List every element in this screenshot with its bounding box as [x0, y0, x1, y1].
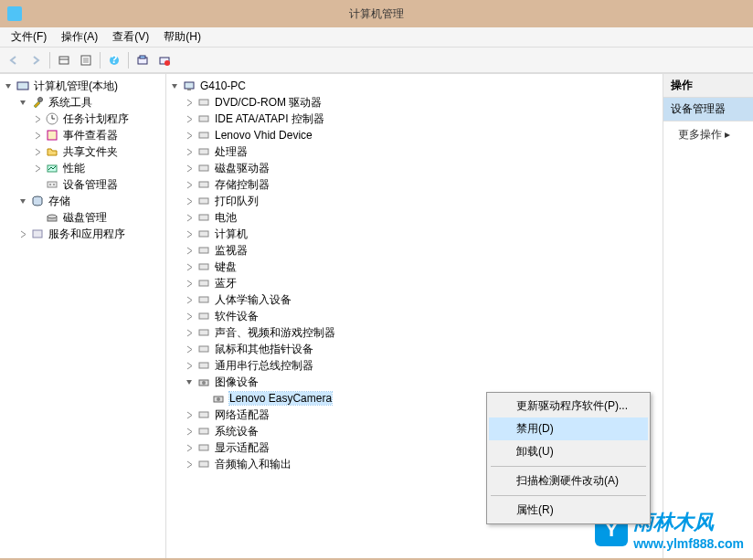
chevron-right-icon[interactable] [33, 131, 43, 141]
help-button[interactable]: ? [104, 50, 124, 70]
device-category[interactable]: Lenovo Vhid Device [185, 127, 663, 143]
properties-button[interactable] [76, 50, 96, 70]
camera-icon [196, 375, 211, 389]
menu-file[interactable]: 文件(F) [4, 27, 54, 47]
tree-label: 计算机 [215, 227, 248, 242]
svg-rect-39 [199, 280, 208, 286]
performance-icon [45, 161, 59, 175]
ctx-update-driver[interactable]: 更新驱动程序软件(P)... [489, 395, 648, 417]
device-category[interactable]: 通用串行总线控制器 [185, 357, 663, 374]
chevron-right-icon[interactable] [33, 147, 43, 157]
svg-rect-29 [199, 116, 208, 122]
tree-item[interactable]: 事件查看器 [33, 127, 165, 143]
chevron-right-icon[interactable] [185, 229, 195, 239]
device-category[interactable]: 监视器 [185, 242, 663, 259]
device-category[interactable]: IDE ATA/ATAPI 控制器 [185, 111, 663, 127]
device-category[interactable]: 键盘 [185, 259, 663, 275]
tree-item[interactable]: 设备管理器 [33, 176, 165, 193]
device-category[interactable]: 磁盘驱动器 [185, 160, 663, 176]
chevron-right-icon[interactable] [185, 279, 195, 289]
device-root[interactable]: G410-PC [170, 78, 663, 94]
tree-item[interactable]: 磁盘管理 [33, 209, 165, 226]
tree-label: 磁盘驱动器 [215, 161, 270, 176]
tree-label: 声音、视频和游戏控制器 [215, 325, 335, 341]
chevron-right-icon[interactable] [185, 98, 195, 108]
chevron-right-icon[interactable] [185, 460, 195, 470]
title-bar: 计算机管理 [0, 0, 753, 27]
chevron-right-icon[interactable] [185, 246, 195, 256]
device-category[interactable]: 打印队列 [185, 193, 663, 209]
show-hide-button[interactable] [54, 50, 74, 70]
window-title: 计算机管理 [349, 6, 404, 22]
chevron-right-icon[interactable] [185, 164, 195, 174]
chevron-right-icon[interactable] [185, 427, 195, 437]
chevron-right-icon[interactable] [185, 262, 195, 272]
chevron-right-icon[interactable] [185, 410, 195, 420]
chevron-right-icon[interactable] [185, 213, 195, 223]
menu-action[interactable]: 操作(A) [54, 27, 105, 47]
chevron-right-icon[interactable] [33, 114, 43, 124]
svg-rect-40 [199, 297, 208, 302]
tree-item[interactable]: 共享文件夹 [33, 143, 165, 160]
chevron-right-icon[interactable] [185, 443, 195, 453]
left-pane: 计算机管理(本地) 系统工具 任务计划程序 事件查看器 共享文件夹 [0, 74, 166, 558]
chevron-right-icon[interactable] [185, 131, 195, 141]
device-category[interactable]: DVD/CD-ROM 驱动器 [185, 94, 663, 111]
menu-sep [491, 495, 646, 496]
device-icon [196, 325, 211, 340]
chevron-down-icon[interactable] [185, 377, 195, 387]
tree-services[interactable]: 服务和应用程序 [18, 226, 165, 242]
device-category[interactable]: 计算机 [185, 226, 663, 242]
svg-rect-31 [199, 149, 208, 154]
device-category[interactable]: 鼠标和其他指针设备 [185, 341, 663, 357]
tree-systools[interactable]: 系统工具 [18, 94, 165, 111]
ctx-disable[interactable]: 禁用(D) [489, 417, 648, 440]
device-category-imaging[interactable]: 图像设备 [185, 374, 663, 390]
nav-back-button[interactable] [4, 50, 24, 70]
device-category[interactable]: 存储控制器 [185, 176, 663, 193]
chevron-right-icon[interactable] [185, 147, 195, 157]
chevron-right-icon[interactable] [185, 196, 195, 206]
scan-hw-button[interactable] [133, 50, 153, 70]
device-category[interactable]: 电池 [185, 209, 663, 226]
tree-item[interactable]: 任务计划程序 [33, 111, 165, 127]
device-category[interactable]: 处理器 [185, 143, 663, 160]
device-category[interactable]: 人体学输入设备 [185, 291, 663, 308]
tree-item[interactable]: 性能 [33, 160, 165, 176]
chevron-right-icon[interactable] [18, 229, 28, 239]
tree-root[interactable]: 计算机管理(本地) [4, 78, 165, 94]
svg-rect-36 [199, 231, 208, 237]
nav-fwd-button[interactable] [26, 50, 46, 70]
tree-storage[interactable]: 存储 [18, 193, 165, 209]
device-category[interactable]: 蓝牙 [185, 275, 663, 291]
chevron-right-icon[interactable] [185, 114, 195, 124]
tree-label: 存储 [48, 194, 70, 209]
device-category[interactable]: 软件设备 [185, 308, 663, 324]
chevron-right-icon[interactable] [185, 295, 195, 305]
pc-icon [182, 79, 196, 93]
chevron-right-icon[interactable] [185, 180, 195, 190]
ctx-uninstall[interactable]: 卸载(U) [489, 440, 648, 463]
menu-view[interactable]: 查看(V) [105, 27, 156, 47]
chevron-right-icon: ▸ [725, 128, 730, 141]
uninstall-button[interactable] [154, 50, 175, 70]
chevron-down-icon[interactable] [170, 81, 180, 91]
chevron-down-icon[interactable] [4, 81, 14, 91]
chevron-right-icon[interactable] [185, 361, 195, 371]
chevron-right-icon[interactable] [185, 328, 195, 338]
device-icon [196, 128, 211, 143]
device-category[interactable]: 声音、视频和游戏控制器 [185, 324, 663, 341]
ctx-scan-hw[interactable]: 扫描检测硬件改动(A) [489, 470, 648, 492]
tree-label: 计算机管理(本地) [34, 79, 118, 94]
chevron-down-icon[interactable] [18, 196, 28, 206]
svg-rect-35 [199, 215, 208, 220]
chevron-right-icon[interactable] [185, 312, 195, 322]
tw-empty [199, 394, 209, 404]
ctx-properties[interactable]: 属性(R) [489, 499, 648, 522]
more-actions-link[interactable]: 更多操作 ▸ [663, 122, 753, 146]
menu-help[interactable]: 帮助(H) [156, 27, 208, 47]
chevron-down-icon[interactable] [18, 98, 28, 108]
tree-label: 设备管理器 [63, 177, 118, 193]
chevron-right-icon[interactable] [185, 344, 195, 354]
chevron-right-icon[interactable] [33, 164, 43, 174]
